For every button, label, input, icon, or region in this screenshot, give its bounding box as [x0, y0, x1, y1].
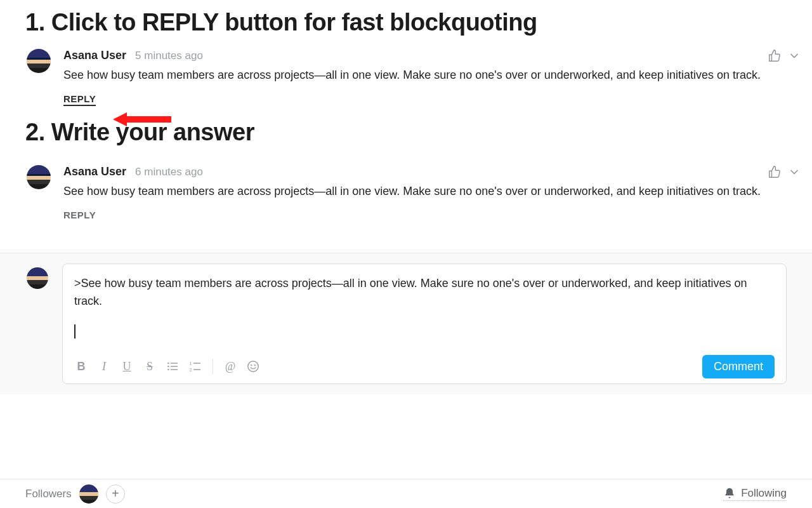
comment-author: Asana User: [63, 165, 126, 178]
svg-point-10: [248, 361, 259, 372]
composer-section: >See how busy team members are across pr…: [0, 253, 812, 394]
svg-point-0: [167, 363, 169, 364]
footer-bar: Followers + Following: [0, 479, 812, 508]
avatar: [27, 49, 51, 73]
svg-text:1: 1: [190, 361, 192, 366]
emoji-icon[interactable]: [246, 359, 260, 373]
submit-comment-button[interactable]: Comment: [702, 355, 775, 378]
composer-quoted-text[interactable]: >See how busy team members are across pr…: [74, 274, 753, 311]
strikethrough-icon[interactable]: S: [143, 359, 157, 373]
mention-icon[interactable]: @: [223, 359, 237, 373]
reply-button[interactable]: REPLY: [63, 93, 96, 106]
comment-body: See how busy team members are across pro…: [63, 66, 774, 84]
comment-body: See how busy team members are across pro…: [63, 182, 774, 201]
more-actions-icon[interactable]: [788, 166, 801, 178]
composer-toolbar: B I U S 12 @ Comment: [74, 350, 775, 378]
bell-icon: [723, 487, 736, 500]
composer-avatar: [27, 267, 48, 289]
followers-label: Followers: [25, 488, 72, 500]
following-label: Following: [741, 487, 787, 500]
following-toggle[interactable]: Following: [723, 487, 787, 501]
comment-time: 6 minutes ago: [135, 166, 203, 178]
avatar: [27, 165, 51, 189]
comment-time: 5 minutes ago: [135, 50, 203, 62]
svg-point-12: [254, 365, 255, 366]
comment-author: Asana User: [63, 49, 126, 62]
like-icon[interactable]: [768, 165, 782, 179]
reply-button[interactable]: REPLY: [63, 210, 96, 220]
svg-text:2: 2: [190, 368, 192, 372]
italic-icon[interactable]: I: [97, 359, 111, 373]
comment-block-1: Asana User 5 minutes ago See how busy te…: [0, 43, 812, 106]
step-1-heading: 1. Click to REPLY button for fast blockq…: [0, 0, 812, 43]
more-actions-icon[interactable]: [788, 50, 801, 62]
svg-point-11: [251, 365, 252, 366]
bold-icon[interactable]: B: [74, 359, 88, 373]
toolbar-separator: [213, 359, 213, 374]
bullet-list-icon[interactable]: [166, 359, 180, 373]
text-cursor: [74, 324, 75, 338]
follower-avatar[interactable]: [79, 485, 98, 504]
svg-point-4: [167, 369, 169, 371]
composer-box[interactable]: >See how busy team members are across pr…: [62, 264, 787, 384]
svg-point-2: [167, 366, 169, 368]
comment-block-2: Asana User 6 minutes ago See how busy te…: [0, 159, 812, 221]
numbered-list-icon[interactable]: 12: [188, 359, 202, 373]
like-icon[interactable]: [768, 49, 782, 63]
add-follower-button[interactable]: +: [106, 485, 125, 504]
underline-icon[interactable]: U: [120, 359, 134, 373]
annotation-arrow: [113, 112, 171, 126]
